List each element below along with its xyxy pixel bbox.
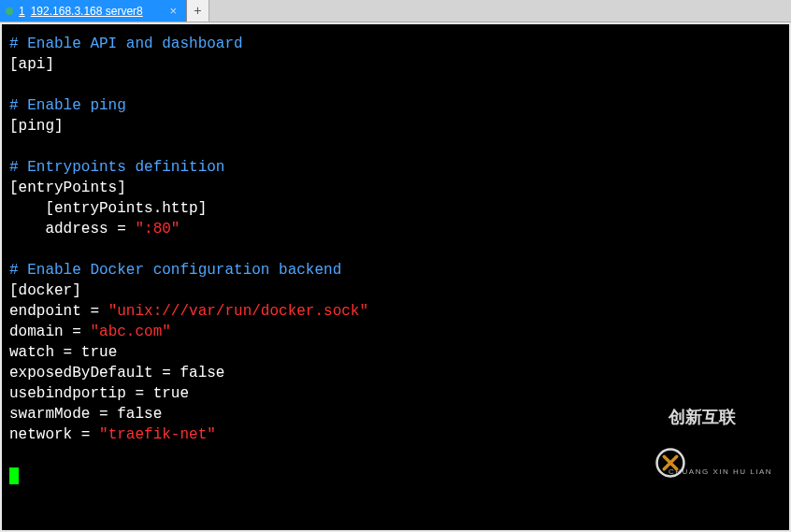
equals: =: [81, 303, 108, 320]
section: [entryPoints]: [9, 180, 126, 196]
value: true: [153, 385, 189, 402]
tab-title: 192.168.3.168 server8: [31, 5, 143, 18]
equals: =: [126, 385, 153, 402]
watermark-logo-icon: [629, 426, 661, 458]
close-icon[interactable]: ×: [167, 4, 179, 18]
plus-icon: +: [194, 4, 201, 19]
value: "unix:///var/run/docker.sock": [108, 303, 368, 320]
add-tab-button[interactable]: +: [187, 0, 209, 22]
connection-indicator-icon: [6, 7, 13, 15]
equals: =: [72, 426, 99, 443]
watermark-main: 创新互联: [669, 409, 772, 425]
key: usebindportip: [9, 385, 126, 402]
value: false: [117, 406, 162, 423]
tab-bar: 1 192.168.3.168 server8 × +: [0, 0, 791, 22]
value: "abc.com": [90, 324, 170, 340]
watermark: 创新互联 CHUANG XIN HU LIAN: [629, 367, 772, 517]
equals: =: [54, 344, 81, 361]
comment: # Enable API and dashboard: [9, 36, 243, 52]
key: address: [9, 221, 108, 237]
section: [docker]: [9, 282, 81, 299]
tab-index: 1: [19, 5, 25, 18]
section: [entryPoints.http]: [9, 200, 207, 217]
equals: =: [153, 365, 180, 381]
cursor-icon: [9, 467, 19, 484]
key: domain: [9, 324, 64, 340]
terminal[interactable]: # Enable API and dashboard [api] # Enabl…: [2, 24, 789, 530]
value: false: [180, 365, 224, 381]
equals: =: [64, 324, 91, 340]
value: "traefik-net": [99, 426, 216, 443]
equals: =: [90, 406, 117, 423]
key: endpoint: [9, 303, 81, 320]
key: exposedByDefault: [9, 365, 153, 381]
value: ":80": [135, 221, 180, 237]
value: true: [81, 344, 117, 361]
active-tab[interactable]: 1 192.168.3.168 server8 ×: [0, 0, 187, 22]
section: [api]: [9, 56, 54, 73]
key: watch: [9, 344, 54, 361]
comment: # Enable ping: [9, 97, 126, 114]
key: swarmMode: [9, 406, 90, 423]
comment: # Entrypoints definition: [9, 159, 224, 176]
section: [ping]: [9, 118, 64, 135]
key: network: [9, 426, 72, 443]
comment: # Enable Docker configuration backend: [9, 262, 341, 279]
equals: =: [108, 221, 136, 237]
watermark-text: 创新互联 CHUANG XIN HU LIAN: [669, 367, 772, 517]
